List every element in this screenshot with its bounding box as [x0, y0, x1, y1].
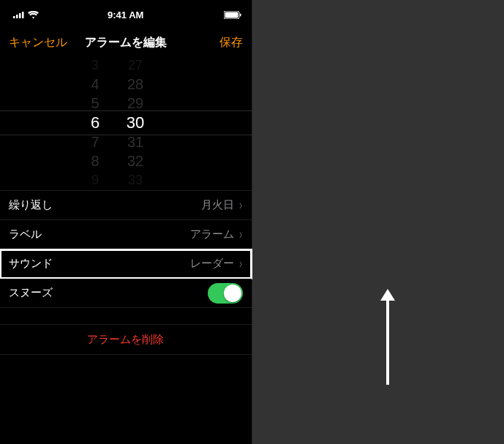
battery-icon — [224, 11, 241, 19]
svg-rect-6 — [240, 13, 241, 16]
row-sound-label: サウンド — [9, 257, 53, 271]
svg-rect-3 — [22, 12, 24, 18]
arrow-up-icon — [380, 289, 395, 385]
phone-edit-alarm: 9:41 AM キャンセル アラームを編集 保存 3 4 5 6 7 8 9 2… — [0, 0, 252, 444]
row-sound[interactable]: サウンド レーダー › — [0, 249, 252, 279]
row-label[interactable]: ラベル アラーム › — [0, 220, 252, 249]
svg-rect-1 — [16, 15, 18, 18]
picker-hours[interactable]: 3 4 5 6 7 8 9 — [80, 56, 110, 190]
row-repeat-value: 月火日 › — [201, 197, 243, 213]
save-button[interactable]: 保存 — [219, 35, 243, 50]
delete-alarm-button[interactable]: アラームを削除 — [0, 324, 252, 355]
chevron-right-icon: › — [238, 197, 241, 213]
row-snooze: スヌーズ — [0, 279, 252, 308]
row-repeat-label: 繰り返し — [9, 198, 53, 212]
chevron-right-icon: › — [238, 256, 241, 271]
status-right — [224, 11, 241, 19]
signal-icon — [13, 11, 25, 18]
picker-minutes[interactable]: 27 28 29 30 31 32 33 — [121, 56, 150, 190]
chevron-right-icon: › — [238, 227, 241, 242]
svg-rect-0 — [13, 16, 15, 18]
row-snooze-label: スヌーズ — [9, 286, 53, 300]
status-left — [13, 11, 39, 19]
row-label-value: アラーム › — [190, 227, 243, 242]
status-bar: 9:41 AM — [0, 0, 252, 29]
time-picker[interactable]: 3 4 5 6 7 8 9 27 28 29 30 31 32 33 — [0, 56, 252, 190]
settings-list: 繰り返し 月火日 › ラベル アラーム › サウンド レーダー › スヌーズ — [0, 190, 252, 308]
nav-bar: キャンセル アラームを編集 保存 — [0, 29, 252, 56]
snooze-toggle[interactable] — [208, 283, 243, 304]
cancel-button[interactable]: キャンセル — [9, 35, 67, 50]
svg-rect-5 — [225, 12, 238, 18]
wifi-icon — [28, 11, 39, 19]
svg-rect-2 — [19, 13, 21, 18]
row-label-label: ラベル — [9, 227, 42, 241]
row-sound-value: レーダー › — [190, 256, 243, 271]
row-repeat[interactable]: 繰り返し 月火日 › — [0, 191, 252, 220]
